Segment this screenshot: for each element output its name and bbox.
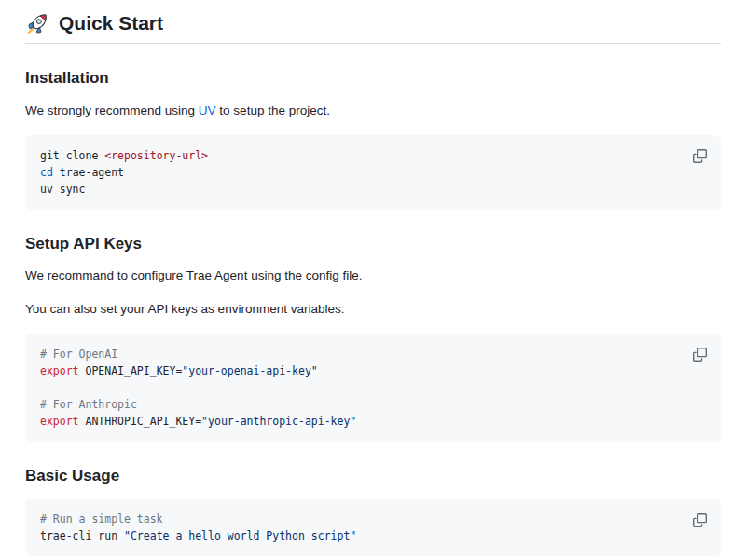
section-heading-basic-usage: Basic Usage — [25, 466, 721, 485]
copy-button[interactable] — [686, 143, 712, 170]
code-block-basic-usage: # Run a simple tasktrae-cli run "Create … — [25, 499, 721, 556]
setup-api-keys-para2: You can also set your API keys as enviro… — [25, 300, 721, 319]
uv-link[interactable]: UV — [199, 103, 216, 117]
section-heading-installation: Installation — [25, 68, 721, 88]
setup-api-keys-para1: We recommand to configure Trae Agent usi… — [25, 266, 721, 285]
code-line: trae-cli run "Create a hello world Pytho… — [40, 527, 706, 544]
code-line: export OPENAI_API_KEY="your-openai-api-k… — [40, 362, 706, 379]
code-content-basic-usage: # Run a simple tasktrae-cli run "Create … — [40, 511, 706, 544]
code-line: export ANTHROPIC_API_KEY="your-anthropic… — [40, 413, 706, 430]
code-line: cd trae-agent — [40, 164, 706, 181]
copy-icon — [693, 513, 707, 527]
page-title: Quick Start — [25, 11, 721, 44]
code-line: # For Anthropic — [40, 396, 706, 413]
section-heading-setup-api-keys: Setup API Keys — [25, 234, 721, 253]
code-line: # Run a simple task — [40, 511, 706, 527]
installation-intro-before: We strongly recommend using — [25, 103, 199, 117]
code-line: # For OpenAI — [40, 346, 706, 362]
page-title-text: Quick Start — [59, 11, 163, 35]
code-content-api-keys: # For OpenAIexport OPENAI_API_KEY="your-… — [40, 346, 706, 430]
markdown-body: Quick Start Installation We strongly rec… — [0, 0, 745, 556]
code-line: uv sync — [40, 181, 706, 198]
installation-intro: We strongly recommend using UV to setup … — [25, 102, 721, 120]
code-line — [40, 379, 706, 396]
code-content-install: git clone <repository-url>cd trae-agentu… — [40, 147, 706, 198]
rocket-icon — [25, 11, 49, 35]
code-block-install: git clone <repository-url>cd trae-agentu… — [25, 135, 721, 210]
code-block-api-keys: # For OpenAIexport OPENAI_API_KEY="your-… — [25, 334, 721, 442]
copy-button[interactable] — [686, 507, 712, 533]
copy-icon — [693, 149, 707, 163]
installation-intro-after: to setup the project. — [216, 103, 330, 117]
copy-button[interactable] — [686, 342, 712, 368]
code-line: git clone <repository-url> — [40, 147, 706, 164]
copy-icon — [693, 348, 707, 362]
